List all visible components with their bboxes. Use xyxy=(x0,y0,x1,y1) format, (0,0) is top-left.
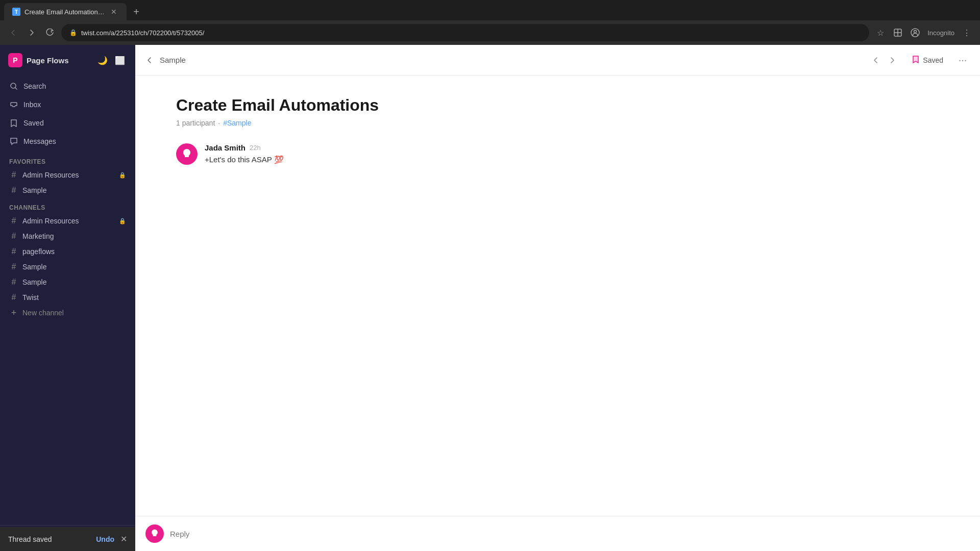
hash-icon: # xyxy=(9,278,18,287)
tab-title: Create Email Automations - Pag... xyxy=(24,8,105,16)
channel-label: Twist xyxy=(22,293,126,302)
search-icon xyxy=(9,82,18,91)
channel-label: Sample xyxy=(22,263,126,271)
thread-title: Create Email Automations xyxy=(176,96,939,115)
thread-header: Sample Saved ··· xyxy=(135,45,980,76)
bookmark-toolbar-icon[interactable]: ☆ xyxy=(873,26,888,40)
message: Jada Smith 22h +Let's do this ASAP 💯 xyxy=(176,143,939,166)
bookmark-icon xyxy=(912,55,920,65)
channel-item-pageflows[interactable]: # pageflows xyxy=(4,244,131,259)
message-time: 22h xyxy=(250,144,261,152)
url-text: twist.com/a/225310/ch/702200/t/5732005/ xyxy=(81,29,204,37)
saved-nav-icon xyxy=(9,118,18,128)
channel-item-marketing[interactable]: # Marketing xyxy=(4,229,131,244)
workspace-name: Page Flows xyxy=(27,56,91,65)
previous-thread-button[interactable] xyxy=(869,53,883,67)
extension-icon[interactable] xyxy=(891,26,905,40)
active-tab[interactable]: T Create Email Automations - Pag... ✕ xyxy=(4,3,127,20)
back-to-channel-button[interactable] xyxy=(145,56,154,64)
sidebar-header: P Page Flows 🌙 ⬜ xyxy=(0,45,135,76)
back-button[interactable] xyxy=(6,26,20,40)
hash-icon: # xyxy=(9,186,18,195)
sidebar-item-search[interactable]: Search xyxy=(4,78,131,95)
message-author: Jada Smith xyxy=(205,143,246,152)
saved-button[interactable]: Saved xyxy=(905,52,949,68)
channel-label: Admin Resources xyxy=(22,217,115,225)
favorite-label: Sample xyxy=(22,186,126,194)
hash-icon: # xyxy=(9,262,18,271)
svg-point-4 xyxy=(914,31,917,33)
channels-list: # Admin Resources 🔒 # Marketing # pagefl… xyxy=(0,213,135,525)
inbox-label: Inbox xyxy=(23,101,41,109)
hash-icon: # xyxy=(9,232,18,241)
tab-close-button[interactable]: ✕ xyxy=(109,7,118,16)
message-text: +Let's do this ASAP 💯 xyxy=(205,154,939,166)
toast-undo-button[interactable]: Undo xyxy=(96,535,114,543)
address-bar[interactable]: 🔒 twist.com/a/225310/ch/702200/t/5732005… xyxy=(61,24,869,41)
favorites-list: # Admin Resources 🔒 # Sample xyxy=(0,167,135,198)
messages-icon xyxy=(9,137,18,146)
toast-text: Thread saved xyxy=(8,535,90,543)
plus-icon: + xyxy=(9,308,18,317)
toast-close-button[interactable]: ✕ xyxy=(120,534,127,544)
channel-link[interactable]: #Sample xyxy=(223,119,251,127)
browser-tabs: T Create Email Automations - Pag... ✕ + xyxy=(0,0,980,20)
saved-button-label: Saved xyxy=(923,56,943,64)
channel-label: Sample xyxy=(22,278,126,286)
channel-item-sample-1[interactable]: # Sample xyxy=(4,259,131,274)
favorite-label: Admin Resources xyxy=(22,171,115,179)
favorite-item-sample[interactable]: # Sample xyxy=(4,183,131,198)
profile-icon[interactable] xyxy=(908,26,922,40)
sidebar-item-saved[interactable]: Saved xyxy=(4,114,131,132)
channel-label: Marketing xyxy=(22,232,126,240)
hash-icon: # xyxy=(9,170,18,180)
more-options-button[interactable]: ··· xyxy=(955,53,970,67)
forward-button[interactable] xyxy=(24,26,39,40)
participant-count: 1 participant xyxy=(176,119,215,127)
channels-section-title: Channels xyxy=(0,198,135,213)
message-header: Jada Smith 22h xyxy=(205,143,939,152)
tab-favicon: T xyxy=(12,8,20,16)
reply-area xyxy=(135,516,980,551)
reply-input[interactable] xyxy=(170,530,970,538)
hash-icon: # xyxy=(9,247,18,256)
search-label: Search xyxy=(23,82,46,90)
layout-toggle[interactable]: ⬜ xyxy=(113,53,127,67)
new-channel-button[interactable]: + New channel xyxy=(4,305,131,320)
toolbar-actions: ☆ Incognito ⋮ xyxy=(873,26,974,40)
reload-button[interactable] xyxy=(43,26,57,40)
lock-icon: 🔒 xyxy=(69,29,77,36)
app: P Page Flows 🌙 ⬜ Search Inbox xyxy=(0,45,980,551)
sidebar-item-inbox[interactable]: Inbox xyxy=(4,96,131,113)
channel-item-sample-2[interactable]: # Sample xyxy=(4,274,131,290)
browser-chrome: T Create Email Automations - Pag... ✕ + … xyxy=(0,0,980,45)
thread-meta: 1 participant · #Sample xyxy=(176,119,939,127)
sidebar-header-icons: 🌙 ⬜ xyxy=(95,53,127,67)
menu-icon[interactable]: ⋮ xyxy=(960,26,974,40)
favorite-item-admin-resources[interactable]: # Admin Resources 🔒 xyxy=(4,167,131,183)
new-channel-label: New channel xyxy=(22,309,64,317)
hash-icon: # xyxy=(9,216,18,226)
sidebar: P Page Flows 🌙 ⬜ Search Inbox xyxy=(0,45,135,551)
channel-item-twist[interactable]: # Twist xyxy=(4,290,131,305)
dark-mode-toggle[interactable]: 🌙 xyxy=(95,53,110,67)
channel-item-admin-resources[interactable]: # Admin Resources 🔒 xyxy=(4,213,131,229)
browser-toolbar: 🔒 twist.com/a/225310/ch/702200/t/5732005… xyxy=(0,20,980,45)
avatar xyxy=(176,143,198,165)
new-tab-button[interactable]: + xyxy=(128,3,145,20)
sidebar-item-messages[interactable]: Messages xyxy=(4,133,131,150)
message-content: Jada Smith 22h +Let's do this ASAP 💯 xyxy=(205,143,939,166)
lock-icon: 🔒 xyxy=(119,172,126,179)
favorites-section-title: Favorites xyxy=(0,152,135,167)
saved-label: Saved xyxy=(23,119,44,127)
messages-label: Messages xyxy=(23,137,56,145)
toast-notification: Thread saved Undo ✕ xyxy=(0,527,135,551)
breadcrumb: Sample xyxy=(160,56,186,64)
inbox-icon xyxy=(9,100,18,109)
next-thread-button[interactable] xyxy=(885,53,899,67)
channel-label: pageflows xyxy=(22,247,126,256)
lock-icon: 🔒 xyxy=(119,218,126,224)
thread-navigation xyxy=(869,53,899,67)
sidebar-bottom: Invite your team ✕ Thread saved Undo ✕ xyxy=(0,525,135,551)
sidebar-nav: Search Inbox Saved Messages xyxy=(0,76,135,152)
